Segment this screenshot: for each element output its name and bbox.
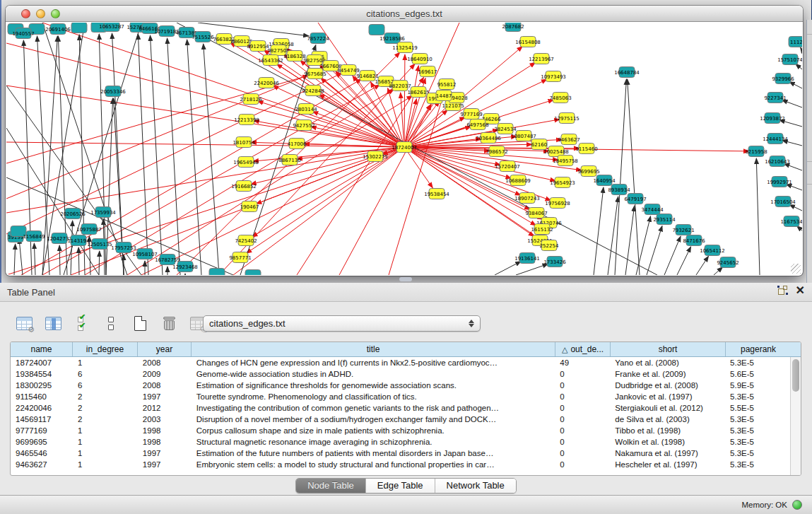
network-window[interactable]: citations_edges.txt 19405572069140610653… [6, 6, 803, 276]
graph-node[interactable]: 1862615 [407, 87, 429, 98]
graph-node[interactable] [369, 25, 384, 35]
graph-node[interactable]: 9427552 [293, 120, 314, 131]
graph-node[interactable]: 15302275 [363, 151, 388, 162]
table-row[interactable]: 946554611997Estimation of the future num… [11, 448, 790, 459]
graph-node[interactable]: 8938934 [608, 185, 630, 195]
graph-node[interactable]: 17016504 [770, 197, 796, 207]
graph-node[interactable]: 19538454 [424, 189, 449, 199]
delete-columns-button[interactable] [159, 314, 179, 332]
graph-node[interactable]: 8186328 [283, 51, 305, 62]
memory-status-indicator[interactable] [792, 500, 802, 510]
tab-edge-table[interactable]: Edge Table [366, 479, 435, 493]
graph-node[interactable]: 7425402 [235, 235, 257, 246]
graph-node[interactable]: 16154808 [515, 37, 541, 47]
graph-node[interactable]: 22420046 [254, 78, 279, 88]
graph-node[interactable]: 12213967 [529, 54, 554, 64]
graph-node[interactable]: 19654948 [233, 157, 259, 168]
graph-node[interactable]: 10654112 [700, 245, 725, 256]
graph-node[interactable]: 2087682 [502, 23, 524, 32]
network-canvas[interactable]: 1940557206914061065328715276026466160107… [6, 23, 802, 275]
close-panel-button[interactable]: ✕ [796, 286, 805, 295]
table-row[interactable]: 969969511998Structural magnetic resonanc… [11, 436, 790, 448]
table-selector-dropdown[interactable]: citations_edges.txt [203, 315, 481, 332]
graph-node[interactable]: 252254 [540, 240, 559, 251]
graph-node[interactable]: 7515526 [192, 32, 214, 42]
tab-node-table[interactable]: Node Table [296, 479, 366, 493]
graph-node[interactable]: 20053346 [100, 86, 126, 97]
graph-node[interactable]: 1615132 [531, 224, 553, 235]
graph-node[interactable]: 169617 [418, 66, 437, 77]
graph-node[interactable]: 2803144 [295, 104, 317, 115]
graph-node[interactable]: 7857224 [307, 33, 329, 44]
table-row[interactable]: 1830029562008Estimation of significance … [11, 380, 790, 391]
graph-node[interactable]: 9857771 [229, 252, 251, 263]
graph-node[interactable]: 16782759 [155, 255, 180, 265]
graph-node[interactable]: 190467 [240, 201, 259, 212]
graph-node[interactable]: 10688609 [505, 175, 531, 186]
graph-node[interactable]: 1112 [789, 37, 802, 47]
graph-node[interactable]: 9227341 [764, 93, 786, 103]
graph-node[interactable]: 19654923 [550, 177, 575, 188]
graph-node[interactable]: 1156849 [23, 231, 45, 242]
graph-node[interactable]: 62160 [531, 139, 547, 150]
table-row[interactable]: 1938455462009Genome-wide association stu… [11, 368, 790, 380]
graph-node[interactable]: 20364486 [476, 133, 501, 144]
float-panel-button[interactable] [778, 286, 787, 295]
graph-node[interactable]: 1940557 [12, 28, 34, 39]
table-row[interactable]: 977716911998Corpus callosum shape and si… [11, 425, 790, 436]
graph-node[interactable]: 8912954 [247, 41, 269, 52]
graph-node[interactable]: 10975887 [76, 224, 102, 235]
graph-node[interactable]: 6497568 [466, 119, 488, 130]
graph-node[interactable]: 19992971 [767, 177, 792, 187]
graph-node[interactable]: 9699695 [577, 166, 599, 177]
graph-node[interactable]: 10973493 [541, 71, 566, 82]
graph-node[interactable]: 9384067 [525, 208, 547, 218]
unselect-all-columns-button[interactable] [101, 314, 121, 332]
select-all-columns-button[interactable]: ✔ ✔ [72, 314, 92, 332]
column-header-pagerank[interactable]: pagerank [726, 342, 791, 356]
graph-node[interactable]: 7932621 [672, 225, 694, 235]
graph-node[interactable]: 9675685 [304, 69, 326, 79]
column-header-short[interactable]: short [611, 342, 726, 356]
graph-node[interactable]: 12923468 [172, 262, 198, 272]
window-titlebar[interactable]: citations_edges.txt [6, 6, 803, 22]
graph-node[interactable]: 19166852 [231, 181, 257, 192]
table-row[interactable]: 1456911722003Disruption of a novel membe… [11, 414, 790, 425]
graph-node[interactable]: 7986572 [486, 146, 507, 157]
graph-node[interactable]: 16648784 [614, 67, 640, 78]
graph-node[interactable]: 3824534 [494, 124, 517, 134]
graph-node[interactable]: 9329966 [772, 74, 794, 84]
graph-node[interactable]: 15751074 [777, 54, 802, 65]
table-row[interactable]: 1872400712008Changes of HCN gene express… [11, 357, 790, 368]
column-header-name[interactable]: name [11, 342, 73, 356]
graph-node[interactable]: 18640910 [407, 54, 433, 64]
graph-node[interactable]: 955812 [437, 79, 457, 90]
table-row[interactable]: 946362711997Embryonic stem cells: a mode… [11, 459, 790, 470]
graph-node[interactable]: 14487 [436, 90, 452, 101]
column-header-out_de[interactable]: △out_de... [555, 342, 611, 356]
graph-node[interactable]: 1810754 [233, 137, 255, 148]
scrollbar-thumb[interactable] [792, 359, 799, 392]
graph-node[interactable]: 17359934 [90, 207, 116, 218]
graph-node[interactable]: 8471676 [683, 235, 705, 246]
column-header-in_degree[interactable]: in_degree [73, 342, 138, 356]
resize-grip-icon[interactable] [791, 264, 801, 274]
graph-node[interactable]: 8215958 [745, 146, 767, 157]
graph-node[interactable]: 9115460 [575, 144, 597, 154]
column-header-year[interactable]: year [138, 342, 192, 356]
graph-node[interactable]: 15720407 [495, 161, 520, 172]
close-window-button[interactable] [21, 9, 30, 18]
graph-node[interactable] [245, 270, 261, 276]
tab-network-table[interactable]: Network Table [435, 479, 516, 493]
graph-node[interactable]: 16210643 [765, 156, 790, 167]
graph-node[interactable]: 9242848 [302, 86, 324, 96]
zoom-window-button[interactable] [51, 9, 60, 18]
graph-node[interactable]: 9245652 [717, 257, 739, 268]
show-columns-button[interactable] [43, 314, 63, 332]
graph-node[interactable]: 12444134 [763, 134, 788, 144]
graph-node[interactable]: 19136141 [514, 253, 540, 264]
graph-node[interactable]: 1640954 [593, 175, 616, 186]
graph-node[interactable]: 8867130 [278, 155, 300, 165]
graph-node[interactable]: 12093872 [760, 113, 785, 124]
create-column-button[interactable] [130, 314, 150, 332]
